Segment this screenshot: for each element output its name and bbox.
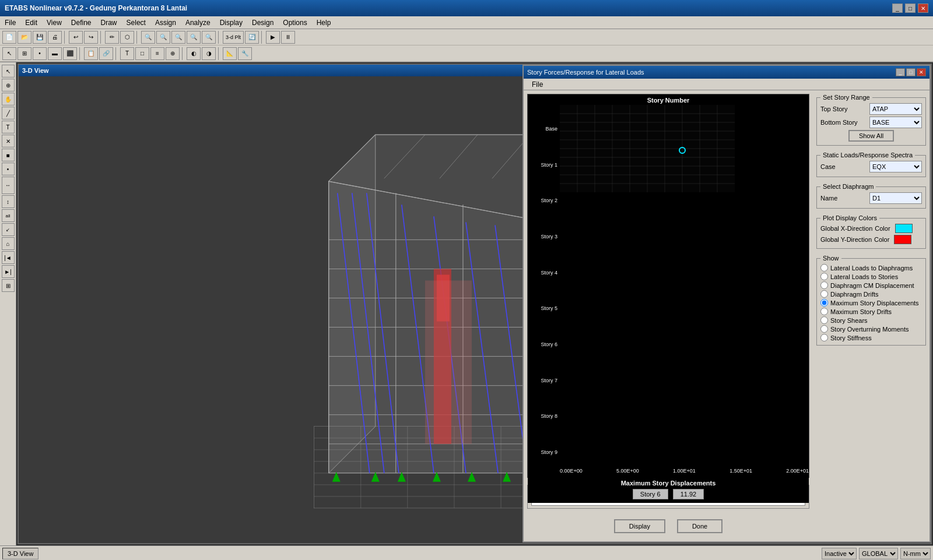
show-radio-5[interactable] (820, 308, 828, 315)
display-button[interactable]: Display (614, 519, 665, 533)
status-global-select[interactable]: GLOBAL (859, 548, 898, 559)
global-x-swatch[interactable] (895, 224, 913, 233)
lt-line[interactable]: ╱ (2, 107, 15, 119)
lt-next[interactable]: ►| (2, 265, 15, 278)
menu-define[interactable]: Define (66, 17, 96, 28)
tb-zoom2[interactable]: 🔍 (156, 31, 170, 44)
show-radio-0[interactable] (820, 264, 828, 272)
show-radio-3[interactable] (820, 290, 828, 298)
lt-view2[interactable]: ↙ (2, 223, 15, 236)
tb-snap[interactable]: 🔧 (238, 47, 252, 60)
tb-zoom3[interactable]: 🔍 (171, 31, 185, 44)
lt-text[interactable]: T (2, 121, 15, 133)
tb-text[interactable]: T (120, 47, 134, 60)
menu-select[interactable]: Select (122, 17, 150, 28)
top-story-select[interactable]: ATAP (869, 103, 922, 115)
status-right: Inactive GLOBAL N-mm (822, 548, 931, 559)
lt-prev[interactable]: |◄ (2, 251, 15, 264)
show-radio-6[interactable] (820, 316, 828, 324)
select-diaphragm-group: Select Diaphragm Name D1 (816, 183, 926, 209)
tb-save[interactable]: 💾 (33, 31, 47, 44)
global-y-label: Global Y-Direction (820, 236, 872, 243)
tb-pause[interactable]: ⏸ (281, 31, 295, 44)
tb-restore[interactable]: ◐ (187, 47, 201, 60)
x-label-5: 5.00E+00 (616, 468, 639, 474)
show-option-0: Lateral Loads to Diaphragms (820, 264, 922, 272)
show-radio-7[interactable] (820, 325, 828, 333)
tb-coord[interactable]: ⊕ (166, 47, 180, 60)
tb-open[interactable]: 📂 (17, 31, 31, 44)
sf-file-menu[interactable]: File (527, 79, 548, 90)
tb-pointer[interactable]: ↖ (2, 47, 16, 60)
tb-undo[interactable]: ↩ (69, 31, 83, 44)
tb-refresh[interactable]: 🔄 (245, 31, 259, 44)
lt-view1[interactable]: all (2, 209, 15, 222)
show-all-button[interactable]: Show All (848, 130, 894, 142)
tb-print[interactable]: 🖨 (48, 31, 62, 44)
show-radio-4[interactable] (820, 299, 828, 307)
story-value-number: 11.92 (673, 489, 704, 499)
menu-help[interactable]: Help (312, 17, 336, 28)
menu-analyze[interactable]: Analyze (181, 17, 215, 28)
lt-pointer[interactable]: ↖ (2, 65, 15, 78)
menu-view[interactable]: View (42, 17, 66, 28)
show-radio-8[interactable] (820, 334, 828, 341)
tb-draw[interactable]: ✏ (105, 31, 119, 44)
sf-right: Set Story Range Top Story ATAP Bottom St… (813, 90, 930, 541)
tb-zoom1[interactable]: 🔍 (141, 31, 155, 44)
minimize-button[interactable]: _ (892, 3, 903, 13)
menu-file[interactable]: File (0, 17, 20, 28)
show-radio-2[interactable] (820, 281, 828, 289)
close-button[interactable]: ✕ (918, 3, 928, 13)
tb-constraint[interactable]: 🔗 (99, 47, 113, 60)
show-label-1: Lateral Loads to Stories (830, 273, 898, 280)
tb-run[interactable]: ▶ (266, 31, 280, 44)
show-option-5: Maximum Story Drifts (820, 308, 922, 315)
tb-prop[interactable]: 📋 (84, 47, 98, 60)
sf-close[interactable]: ✕ (917, 68, 926, 76)
sf-content: Story Number Story 9 Story 8 Story 7 Sto… (524, 90, 930, 541)
status-inactive-select[interactable]: Inactive (822, 548, 857, 559)
y-label-story7: Story 7 (528, 378, 560, 383)
menu-options[interactable]: Options (278, 17, 311, 28)
global-y-swatch[interactable] (894, 235, 911, 244)
lt-dim1[interactable]: ↔ (2, 177, 15, 194)
sf-minimize[interactable]: _ (896, 68, 905, 76)
title-bar: ETABS Nonlinear v9.7.2 - Gedung Perkanto… (0, 0, 933, 16)
diaphragm-name-select[interactable]: D1 (869, 192, 922, 204)
bottom-story-select[interactable]: BASE (869, 117, 922, 128)
menu-design[interactable]: Design (247, 17, 278, 28)
tb-select1[interactable]: ⬡ (120, 31, 134, 44)
tb-frame[interactable]: ▬ (48, 47, 62, 60)
case-select[interactable]: EQX (869, 161, 922, 172)
tb-joint[interactable]: • (33, 47, 47, 60)
maximize-button[interactable]: □ (905, 3, 916, 13)
lt-zoom-window[interactable]: ⊕ (2, 79, 15, 91)
lt-dim2[interactable]: ↕ (2, 195, 15, 208)
tb-redo[interactable]: ↪ (84, 31, 98, 44)
lt-more[interactable]: ⊞ (2, 279, 15, 292)
done-button[interactable]: Done (677, 519, 722, 533)
lt-home[interactable]: ⌂ (2, 237, 15, 250)
sf-maximize[interactable]: □ (906, 68, 916, 76)
tb-shell[interactable]: ⬛ (63, 47, 77, 60)
tb-box[interactable]: □ (135, 47, 149, 60)
tb-zoom4[interactable]: 🔍 (187, 31, 201, 44)
menu-draw[interactable]: Draw (96, 17, 122, 28)
lt-pan[interactable]: ✋ (2, 93, 15, 105)
tb-units[interactable]: 📐 (223, 47, 237, 60)
lt-square[interactable]: ■ (2, 149, 15, 161)
menu-assign[interactable]: Assign (150, 17, 181, 28)
tb-3d[interactable]: 3-d Plt (223, 31, 244, 44)
lt-xmark[interactable]: ✕ (2, 135, 15, 147)
tb-select-obj[interactable]: ⊞ (17, 47, 31, 60)
show-radio-1[interactable] (820, 273, 828, 280)
tb-label[interactable]: ≡ (150, 47, 164, 60)
tb-new[interactable]: 📄 (2, 31, 16, 44)
tb-zoom5[interactable]: 🔍 (202, 31, 216, 44)
lt-node[interactable]: • (2, 163, 15, 175)
status-units-select[interactable]: N-mm (900, 548, 931, 559)
tb-hide[interactable]: ◑ (202, 47, 216, 60)
menu-display[interactable]: Display (215, 17, 247, 28)
menu-edit[interactable]: Edit (20, 17, 42, 28)
